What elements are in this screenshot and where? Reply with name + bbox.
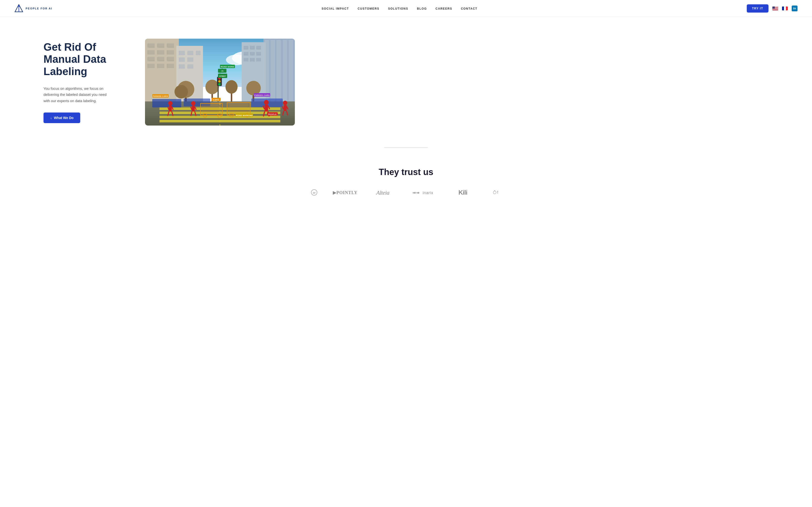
svg-rect-42 — [277, 40, 281, 107]
logos-row: or ▶POINTLY Alteia ⇒⇒ inarix Kili — [14, 189, 798, 196]
svg-text:Alteia: Alteia — [376, 189, 390, 196]
svg-point-2 — [18, 5, 19, 7]
svg-rect-24 — [167, 50, 174, 55]
svg-rect-78 — [159, 120, 280, 122]
svg-rect-83 — [202, 103, 221, 114]
us-flag-icon[interactable] — [772, 6, 778, 10]
svg-rect-19 — [147, 44, 155, 48]
fr-flag-icon[interactable] — [782, 6, 788, 10]
svg-text:CARS: CARS — [213, 99, 219, 101]
svg-rect-21 — [167, 44, 174, 48]
svg-rect-10 — [772, 6, 775, 9]
svg-rect-23 — [157, 50, 164, 55]
scene-svg: STREET AVE — [145, 39, 295, 125]
svg-text:ROAD SIGNS: ROAD SIGNS — [221, 66, 234, 68]
svg-rect-29 — [157, 64, 164, 68]
svg-point-108 — [283, 101, 287, 105]
nav-social-impact[interactable]: SOCIAL IMPACT — [322, 7, 349, 10]
svg-rect-79 — [152, 99, 181, 107]
svg-rect-9 — [772, 9, 778, 10]
svg-rect-48 — [256, 46, 261, 50]
svg-rect-18 — [145, 39, 179, 101]
pointly-logo-icon: ▶POINTLY — [332, 189, 361, 196]
svg-rect-32 — [179, 51, 185, 55]
svg-rect-52 — [244, 58, 248, 62]
svg-text:or: or — [313, 191, 316, 194]
nav-links: SOCIAL IMPACT CUSTOMERS SOLUTIONS BLOG C… — [322, 6, 477, 11]
hero-section: Get Rid Of Manual Data Labeling You focu… — [0, 17, 812, 143]
svg-text:ROAD MARKING: ROAD MARKING — [236, 114, 253, 117]
logo-kili: Kili — [458, 189, 477, 196]
svg-point-59 — [205, 80, 219, 94]
svg-rect-8 — [772, 9, 778, 9]
svg-rect-51 — [256, 52, 261, 56]
svg-text:inarix: inarix — [423, 191, 433, 195]
linkedin-icon[interactable]: in — [792, 6, 798, 11]
svg-text:f: f — [497, 190, 498, 194]
svg-rect-50 — [250, 52, 255, 56]
svg-rect-12 — [784, 6, 786, 10]
svg-rect-103 — [265, 105, 268, 112]
logo-alteia: Alteia — [376, 189, 398, 196]
svg-rect-49 — [244, 52, 248, 56]
hero-title: Get Rid Of Manual Data Labeling — [44, 41, 126, 78]
svg-rect-87 — [229, 103, 249, 114]
svg-point-68 — [218, 83, 221, 86]
nav-customers[interactable]: CUSTOMERS — [358, 7, 379, 10]
hero-description: You focus on algorithms, we focus on del… — [44, 86, 111, 104]
svg-rect-11 — [782, 6, 784, 10]
svg-rect-13 — [786, 6, 788, 10]
svg-rect-109 — [284, 105, 287, 111]
svg-rect-43 — [283, 40, 287, 107]
svg-point-57 — [174, 85, 188, 99]
inarix-logo-icon: ⇒⇒ inarix — [412, 189, 444, 196]
section-divider — [384, 147, 428, 148]
trust-section: They trust us or ▶POINTLY Alteia ⇒⇒ ina — [0, 157, 812, 211]
svg-rect-33 — [187, 51, 193, 55]
svg-text:▶POINTLY: ▶POINTLY — [333, 190, 357, 195]
svg-text:PEOPLE: PEOPLE — [268, 113, 277, 115]
svg-point-96 — [191, 101, 196, 106]
svg-rect-25 — [147, 57, 155, 61]
svg-rect-41 — [271, 40, 275, 107]
svg-rect-30 — [167, 64, 174, 68]
nav-blog[interactable]: BLOG — [417, 7, 427, 10]
logo-pointly: ▶POINTLY — [332, 189, 361, 196]
svg-rect-91 — [169, 106, 172, 112]
logo-link[interactable]: PEOPLE FOR AI — [14, 4, 52, 13]
svg-rect-35 — [179, 57, 185, 62]
svg-rect-53 — [250, 58, 255, 62]
svg-point-134 — [493, 191, 496, 194]
logo-or: or — [311, 189, 318, 196]
logo-inarix: ⇒⇒ inarix — [412, 189, 444, 196]
logo-icon — [14, 4, 23, 13]
svg-text:STREET: STREET — [219, 75, 226, 77]
cta-arrow: ↓ — [50, 116, 52, 120]
svg-rect-26 — [157, 57, 164, 61]
or-logo-icon: or — [311, 189, 318, 196]
svg-text:PARKED CARS: PARKED CARS — [254, 94, 270, 96]
svg-point-102 — [264, 100, 269, 105]
svg-rect-28 — [147, 64, 155, 68]
symbol2-logo-icon: f — [492, 189, 501, 196]
navbar: PEOPLE FOR AI SOCIAL IMPACT CUSTOMERS SO… — [0, 0, 812, 17]
what-we-do-button[interactable]: ↓ What We Do — [44, 113, 80, 123]
svg-rect-38 — [187, 64, 193, 68]
svg-rect-47 — [250, 46, 255, 50]
logo-symbol2: f — [492, 189, 501, 196]
svg-point-135 — [494, 190, 495, 191]
try-it-button[interactable]: TRY IT — [747, 4, 768, 12]
svg-rect-46 — [244, 46, 248, 50]
svg-rect-20 — [157, 44, 164, 48]
svg-rect-37 — [179, 64, 185, 68]
svg-text:⇒⇒: ⇒⇒ — [412, 191, 420, 195]
svg-rect-34 — [196, 51, 201, 55]
logo-text: PEOPLE FOR AI — [26, 7, 52, 10]
trust-title: They trust us — [14, 167, 798, 177]
svg-rect-54 — [256, 58, 261, 62]
nav-solutions[interactable]: SOLUTIONS — [388, 7, 408, 10]
hero-image: STREET AVE — [145, 39, 295, 125]
nav-contact[interactable]: CONTACT — [461, 7, 477, 10]
nav-careers[interactable]: CAREERS — [436, 7, 452, 10]
alteia-logo-icon: Alteia — [376, 189, 398, 196]
